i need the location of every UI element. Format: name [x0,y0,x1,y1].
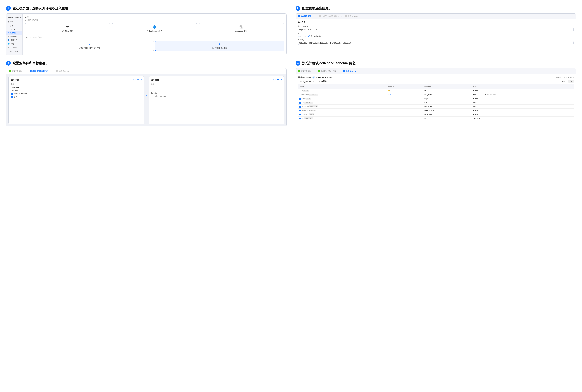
step-bar-3: ✓ 连接至数据源 - - - - - 2 选择迁移来源和目标 - - - - -… [6,68,286,74]
checkbox-icon: ✓ [299,114,301,116]
target-cloud-label: Zilliz Cloud [273,79,282,81]
field-arrow-responses [386,112,423,116]
radio-user-pass[interactable]: 用户名和密码 [308,35,321,38]
sidebar-item-data-migrate[interactable]: ⇄数据迁移 [6,31,22,34]
connect-form: 连接方式 集群 Endpoint* Token API Key 用户 [296,19,576,48]
checkbox-icon [299,90,301,91]
backup-icon: ☁ [8,25,9,27]
float-badge: FLOAT_V... [309,94,318,96]
sidebar-item-pipelines[interactable]: ≡Pipelines [6,28,22,31]
target-col-header: 迁移目标 ✦ Zilliz Cloud [151,78,282,81]
step-4-2-label: 选择迁移来源和目标 [321,70,336,72]
field-name-claps: claps [423,97,472,101]
sidebar: Default Project ▾ ⊞集群 ☁备份 ≡Pipelines ⇄数据… [6,14,23,55]
migrate-card-internal[interactable]: ✦ 在当前组织中进行跨集群迁移 [25,40,154,51]
sidebar-item-network[interactable]: 🌐网络 [6,42,22,46]
schema-row-header: 目标 Collection 1 medium_articles 数据源: med… [298,76,574,79]
schema-preview-label: Schema 预览 [316,80,560,83]
step-sep-1: - - - - - [313,15,317,17]
migrate-card-external[interactable]: ✦ 从外部组织迁入集群 [155,40,284,51]
radio-user-pass-dot [308,36,310,37]
section-3-panel: ✓ 连接至数据源 - - - - - 2 选择迁移来源和目标 - - - - -… [6,68,286,126]
checkbox-icon: ✓ [299,102,301,104]
migrate-card-elasticsearch[interactable]: 🔷 从 Elasticsearch 迁移 [112,23,197,34]
checkbox-icon [299,94,301,95]
api-console-icon: >_ [8,50,10,52]
api-key-input[interactable] [298,41,574,45]
section-1-number: 1 [6,6,11,11]
section-2: 2 配置集群连接信息。 1 连接至数据源 - - - - - 2 选择迁移来源和… [296,6,576,55]
table-row: ✓ reading_time INT64 reading_time INT64 [298,108,574,112]
sidebar-top: Default Project ▾ [6,15,22,19]
project-user-icon: 👤 [8,39,10,41]
sidebar-project-label: Default Project [8,16,19,18]
api-key-row: API Key* [298,39,574,45]
sidebar-item-backup[interactable]: ☁备份 [6,24,22,28]
table-row: title_vector FLOAT_V... ↔→ title_vector … [298,93,574,97]
step-1-label: 连接至数据源 [301,15,311,18]
field-checkbox-tv: title_vector FLOAT_V... [298,93,386,97]
source-checkbox-1 [11,93,13,95]
step-3-3-schema: 3 配置 Schema [56,70,69,72]
endpoint-label: 集群 Endpoint* [298,25,574,28]
field-arrow-tv: ↔→ [386,93,423,97]
step-3-1-num: ✓ [9,70,12,72]
section-1-main: 迁移 从外部数据源迁移 👁 从 Milvus 迁移 🔷 从 Elasticsea… [23,14,286,55]
schema-target-name: medium_articles [317,76,332,78]
step-4-3-num: 3 [343,70,345,72]
transfer-arrow: » [144,94,149,97]
schema-data-source: 数据源: medium_articles [556,76,573,78]
step-3-1-connect: ✓ 连接至数据源 [9,70,22,72]
target-cluster-label: 集群* [151,83,282,85]
field-type-publication: VARCHAR [472,104,573,108]
sidebar-item-cluster[interactable]: ⊞集群 [6,20,22,24]
radio-api-key[interactable]: API Key [298,36,307,37]
schema-table: 选字段 字段名称 字段类型 描述 id INT64 🔑→ id INT64 [298,84,574,120]
source-checkbox-all [11,96,13,98]
radio-user-pass-label: 用户名和密码 [311,35,321,38]
source-col-title: 迁移来源 [11,78,19,81]
migrate-card-milvus[interactable]: 👁 从 Milvus 迁移 [25,23,110,34]
form-section-title: 连接方式 [298,21,574,24]
step-1-num: 1 [298,15,301,18]
source-collection-item-1[interactable]: medium_articles [11,93,142,95]
api-key-label: API Key* [298,39,574,41]
delete-collection-icon[interactable]: 🗑 [313,80,314,82]
step-4-2-num: ✓ [318,70,320,72]
token-label: Token [298,33,574,35]
migrate-card-pgvector[interactable]: 🐘 从 pgvector 迁移 [199,23,284,34]
radio-api-key-dot [298,36,300,37]
step-bar-2: 1 连接至数据源 - - - - - 2 选择迁移来源和目标 - - - - -… [296,14,576,19]
step-4-3-label: 配置 Schema [346,70,356,72]
step-sep-3-1: - - - - - [24,70,28,72]
target-collection-label: Collection [151,92,282,94]
step-2-label: 选择迁移来源和目标 [322,15,337,18]
step-4-2-select: ✓ 选择迁移来源和目标 [318,70,336,72]
step-4-3-schema: 3 配置 Schema [343,70,356,72]
zilliz-subtitle: Zilliz Cloud 跨集群迁移 [25,36,284,38]
sidebar-item-task-center[interactable]: ◎任务中心 [6,34,22,38]
target-collection-item: ⊟ medium_articles [151,95,282,97]
checkbox-icon: ✓ [299,106,301,108]
field-checkbox-title: ✓ title VARCHAR [298,116,386,120]
table-row: ✓ link VARCHAR link VARCHAR [298,100,574,104]
zilliz-cloud-src-icon: ✦ [131,79,132,81]
section-4-title: 预览并确认 collection schema 信息。 [302,61,359,66]
step-4-1-label: 连接至数据源 [301,70,311,72]
source-collection-select-all[interactable]: 全选 [11,96,142,98]
page-grid: 1 在迁移页面，选择从外部组织迁入集群。 Default Project ▾ ⊞… [6,6,576,126]
source-collection-name-1: medium_articles [14,93,27,95]
source-cloud-badge: ✦ Zilliz Cloud [131,79,142,81]
pipelines-icon: ≡ [8,28,9,30]
sidebar-item-api-console[interactable]: >_API控制台 [6,50,22,53]
sidebar-item-project-report[interactable]: ⚠项目告警 [6,46,22,50]
panel-subtitle: 从外部数据源迁移 [25,19,284,21]
target-cluster-select[interactable]: ▾ [151,86,282,90]
step-sep-3-2: - - - - - [50,70,54,72]
sidebar-item-project-user[interactable]: 👤项目用户 [6,38,22,42]
col-header-desc: 描述 [472,84,573,89]
int64-badge: INT64 [303,90,309,92]
field-name-tv: title_vector [423,93,472,97]
section-4: 4 预览并确认 collection schema 信息。 ✓ 连接至数据源 -… [296,61,576,126]
endpoint-input[interactable] [298,28,574,32]
